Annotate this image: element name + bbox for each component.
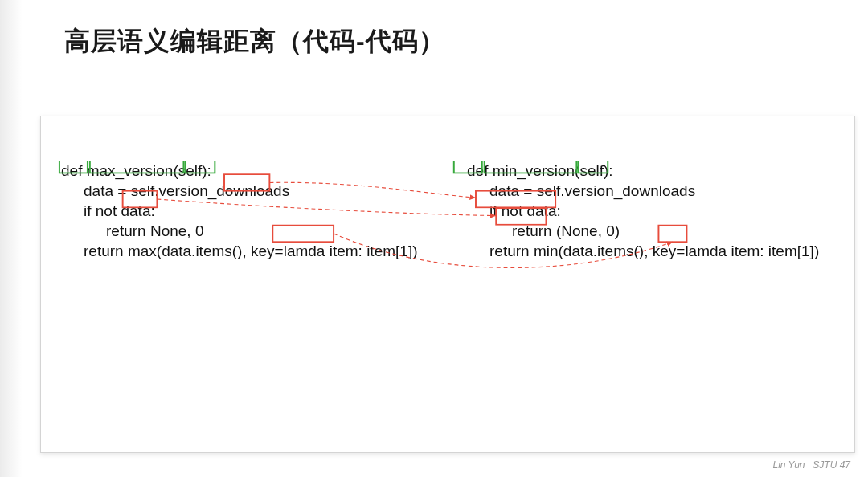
- slide-title: 高层语义编辑距离（代码-代码）: [64, 24, 445, 59]
- code-line: return min(data.items(), key=lamda item:…: [489, 241, 819, 261]
- code-line: data = self.version_downloads: [84, 181, 418, 201]
- code-right: def min_version(self): data = self.versi…: [467, 161, 819, 261]
- code-line: return (None, 0): [512, 221, 819, 241]
- code-line: if not data:: [489, 201, 819, 221]
- code-line: def max_version(self):: [61, 161, 418, 181]
- code-line: return None, 0: [106, 221, 418, 241]
- code-line: def min_version(self):: [467, 161, 819, 181]
- code-line: if not data:: [84, 201, 418, 221]
- code-left: def max_version(self): data = self.versi…: [61, 161, 418, 261]
- slide-left-shadow: [0, 0, 23, 477]
- code-line: return max(data.items(), key=lamda item:…: [84, 241, 418, 261]
- code-area: def max_version(self): data = self.versi…: [57, 161, 838, 436]
- code-line: data = self.version_downloads: [489, 181, 819, 201]
- content-box: def max_version(self): data = self.versi…: [40, 116, 855, 453]
- footer-credit: Lin Yun | SJTU 47: [772, 459, 850, 471]
